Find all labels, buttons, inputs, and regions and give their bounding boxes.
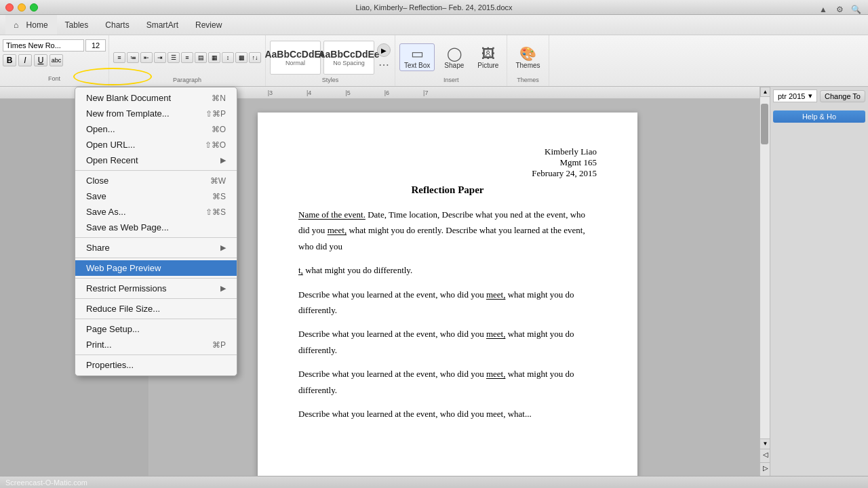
- style-play-button[interactable]: ▶: [377, 43, 391, 57]
- menu-item-restrict-arrow: ▶: [220, 284, 226, 293]
- file-dropdown-menu[interactable]: New Blank Document ⌘N New from Template.…: [75, 87, 237, 376]
- help-button[interactable]: Help & Ho: [773, 110, 865, 123]
- doc-para-6: Describe what you learned at the event, …: [298, 406, 597, 422]
- change-to-button[interactable]: Change To: [820, 90, 865, 102]
- meet-text-3: meet,: [486, 289, 506, 300]
- menu-item-restrict-label: Restrict Permissions: [86, 283, 166, 293]
- increase-indent-button[interactable]: ⇥: [154, 52, 166, 63]
- list-bullet-button[interactable]: ≡: [113, 52, 125, 63]
- menu-item-open-url[interactable]: Open URL... ⇧⌘O: [75, 137, 237, 152]
- doc-para-1: Name of the event. Date, Time location, …: [298, 207, 597, 254]
- tab-review[interactable]: Review: [187, 15, 231, 35]
- right-panel: ptr 2015 ▾ Change To Help & Ho: [770, 87, 868, 476]
- date-selector[interactable]: ptr 2015 ▾: [773, 89, 817, 102]
- menu-item-close[interactable]: Close ⌘W: [75, 173, 237, 188]
- ribbon-expand-icon[interactable]: ▲: [816, 3, 830, 16]
- close-button[interactable]: [5, 3, 14, 12]
- style-nospacing-preview: AaBbCcDdEe: [318, 49, 379, 60]
- font-group-label: Font: [3, 75, 106, 82]
- scroll-thumb[interactable]: [761, 104, 768, 144]
- maximize-button[interactable]: [30, 3, 38, 12]
- meet-text-1: meet,: [328, 225, 347, 235]
- menu-separator-2: [75, 237, 237, 238]
- ribbon-settings-icon[interactable]: ⚙: [833, 3, 846, 16]
- menu-item-new-template[interactable]: New from Template... ⇧⌘P: [75, 106, 237, 121]
- date-value: ptr 2015: [778, 92, 805, 100]
- style-normal-label: Normal: [285, 60, 305, 66]
- tab-charts[interactable]: Charts: [97, 15, 138, 35]
- menu-item-new-blank-shortcut: ⌘N: [212, 94, 226, 103]
- textbox-button[interactable]: ▭ Text Box: [399, 43, 435, 71]
- menu-item-print-shortcut: ⌘P: [212, 340, 226, 350]
- document-scrollbar[interactable]: ▲ ▼ ◁ ▷: [760, 87, 770, 476]
- scroll-up-button[interactable]: ▲: [760, 87, 770, 97]
- paragraph-group-label: Paragraph: [113, 77, 261, 83]
- menu-item-page-setup[interactable]: Page Setup...: [75, 321, 237, 337]
- status-bar: Screencast-O-Matic.com: [0, 476, 868, 488]
- font-controls-group: Times New Ro... 12 B I U abc Font: [0, 35, 109, 86]
- italic-button[interactable]: I: [18, 54, 32, 66]
- line-spacing-button[interactable]: ↕: [222, 52, 234, 63]
- menu-item-print-label: Print...: [86, 340, 112, 350]
- menu-item-reduce[interactable]: Reduce File Size...: [75, 301, 237, 317]
- minimize-button[interactable]: [18, 3, 26, 12]
- tab-smartart[interactable]: SmartArt: [138, 15, 187, 35]
- menu-item-open-recent[interactable]: Open Recent ▶: [75, 152, 237, 168]
- menu-separator-5: [75, 298, 237, 299]
- traffic-lights[interactable]: [5, 3, 38, 12]
- themes-group: 🎨 Themes Themes: [507, 35, 549, 86]
- menu-item-close-label: Close: [86, 176, 108, 186]
- document-scroll-area[interactable]: Kimberly Liao Mgmt 165 February 24, 2015…: [149, 99, 760, 476]
- menu-item-restrict[interactable]: Restrict Permissions ▶: [75, 281, 237, 296]
- doc-date: February 24, 2015: [298, 168, 597, 179]
- sort-button[interactable]: ↑↓: [249, 52, 261, 63]
- font-name-input[interactable]: Times New Ro...: [3, 39, 84, 52]
- decrease-indent-button[interactable]: ⇤: [140, 52, 153, 63]
- menu-item-new-blank[interactable]: New Blank Document ⌘N: [75, 90, 237, 106]
- menu-item-new-template-label: New from Template...: [86, 108, 170, 119]
- event-name-text: Name of the event.: [298, 209, 366, 220]
- themes-button[interactable]: 🎨 Themes: [511, 44, 544, 70]
- menu-item-open[interactable]: Open... ⌘O: [75, 121, 237, 137]
- menu-item-web-preview[interactable]: Web Page Preview: [75, 260, 237, 276]
- align-center-button[interactable]: ≡: [181, 52, 193, 63]
- search-icon[interactable]: 🔍: [849, 3, 863, 16]
- align-justify-button[interactable]: ▦: [208, 52, 220, 63]
- scroll-prev-page-button[interactable]: ◁: [760, 449, 770, 462]
- menu-item-properties[interactable]: Properties...: [75, 357, 237, 373]
- tab-tables[interactable]: Tables: [57, 15, 98, 35]
- shape-button[interactable]: ◯ Shape: [440, 44, 468, 70]
- style-nospacing-button[interactable]: AaBbCcDdEe No Spacing: [323, 41, 374, 75]
- shape-label: Shape: [444, 62, 464, 69]
- scroll-next-page-button[interactable]: ▷: [760, 462, 770, 476]
- font-size-input[interactable]: 12: [85, 39, 106, 52]
- menu-item-share[interactable]: Share ▶: [75, 240, 237, 256]
- styles-group-label: Styles: [270, 77, 391, 83]
- ribbon-toolbar: Times New Ro... 12 B I U abc Font ≡ ≔ ⇤ …: [0, 35, 868, 87]
- menu-item-save-web[interactable]: Save as Web Page...: [75, 220, 237, 235]
- document-page: Kimberly Liao Mgmt 165 February 24, 2015…: [258, 113, 637, 476]
- doc-para-2: t, what might you do differently.: [298, 262, 597, 278]
- ribbon-tabs: ⌂ Home Tables Charts SmartArt Review ▲ ⚙…: [0, 15, 868, 35]
- menu-item-save[interactable]: Save ⌘S: [75, 188, 237, 204]
- menu-item-save-as-shortcut: ⇧⌘S: [205, 207, 226, 217]
- align-left-button[interactable]: ☰: [167, 52, 180, 63]
- menu-item-save-as[interactable]: Save As... ⇧⌘S: [75, 204, 237, 220]
- list-number-button[interactable]: ≔: [127, 52, 139, 63]
- doc-para-3: Describe what you learned at the event, …: [298, 287, 597, 319]
- bold-button[interactable]: B: [3, 54, 16, 66]
- menu-item-print[interactable]: Print... ⌘P: [75, 337, 237, 352]
- menu-item-open-url-label: Open URL...: [86, 140, 135, 150]
- doc-para-4: Describe what you learned at the event, …: [298, 326, 597, 358]
- picture-button[interactable]: 🖼 Picture: [473, 45, 502, 70]
- style-normal-button[interactable]: AaBbCcDdEe Normal: [270, 41, 321, 75]
- style-more-button[interactable]: ⋯: [378, 58, 389, 71]
- shape-icon: ◯: [447, 45, 462, 62]
- align-right-button[interactable]: ▤: [195, 52, 207, 63]
- menu-item-close-shortcut: ⌘W: [210, 176, 226, 186]
- underline-button[interactable]: U: [34, 54, 47, 66]
- strikethrough-button[interactable]: abc: [50, 54, 63, 66]
- tab-home[interactable]: ⌂ Home: [5, 15, 57, 35]
- scroll-down-button[interactable]: ▼: [760, 439, 770, 449]
- shading-button[interactable]: ▩: [235, 52, 248, 63]
